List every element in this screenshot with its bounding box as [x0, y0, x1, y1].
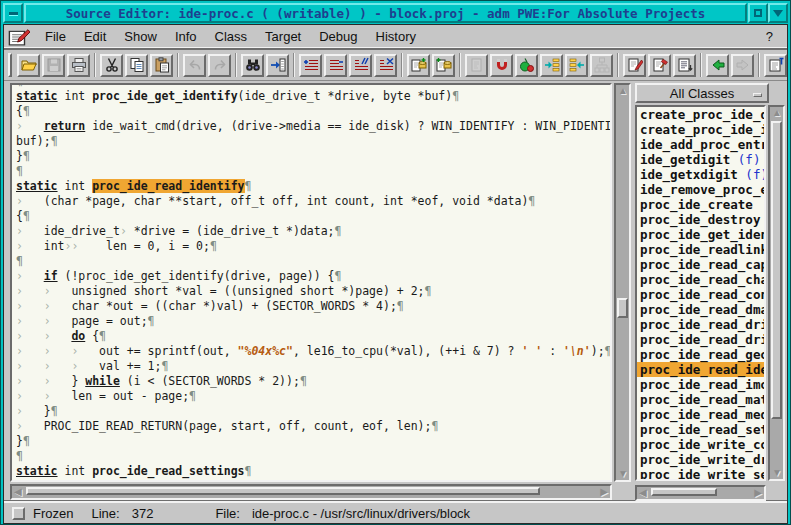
scroll-right-icon[interactable]: ▶: [754, 488, 762, 498]
scroll-down-icon[interactable]: ▼: [618, 469, 628, 479]
menu-file[interactable]: File: [36, 27, 75, 46]
code-line[interactable]: static int proc_ide_read_settings¶: [16, 464, 610, 479]
code-line[interactable]: }¶: [16, 149, 610, 164]
class-list-item[interactable]: ide_remove_proc_entries: [637, 182, 764, 197]
code-line[interactable]: › int›› len = 0, i = 0;¶: [16, 239, 610, 254]
class-list-item[interactable]: proc_ide_read_driver: [637, 317, 764, 332]
code-line[interactable]: static int proc_ide_read_identify¶: [16, 179, 610, 194]
code-line[interactable]: ¶: [16, 449, 610, 464]
menu-help[interactable]: ?: [758, 27, 781, 46]
list-horizontal-scrollbar[interactable]: ◀ ▶: [635, 485, 766, 501]
class-list-item[interactable]: proc_ide_read_channel: [637, 272, 764, 287]
list-hscroll-thumb[interactable]: [651, 488, 717, 496]
open-button[interactable]: [17, 54, 40, 77]
menu-class[interactable]: Class: [206, 27, 257, 46]
compile-button[interactable]: [648, 54, 671, 77]
code-line[interactable]: }¶: [16, 434, 610, 449]
menu-edit[interactable]: Edit: [75, 27, 115, 46]
shade-button[interactable]: [768, 3, 788, 23]
class-list-item[interactable]: ide_getdigit (f): [637, 152, 764, 167]
class-list-item[interactable]: proc_ide_create: [637, 197, 764, 212]
scroll-up-icon[interactable]: ▲: [772, 108, 782, 118]
code-line[interactable]: › PROC_IDE_READ_RETURN(page, start, off,…: [16, 419, 610, 434]
back-button[interactable]: [706, 54, 729, 77]
list-vscroll-thumb[interactable]: [771, 121, 782, 419]
cut-button[interactable]: [100, 54, 123, 77]
load-file-button[interactable]: [407, 54, 430, 77]
class-list-item[interactable]: proc_ide_write_config: [637, 437, 764, 452]
edit-source-button[interactable]: [623, 54, 646, 77]
code-line[interactable]: › if (!proc_ide_get_identify(drive, page…: [16, 269, 610, 284]
copy-button[interactable]: [125, 54, 148, 77]
class-list-item[interactable]: proc_ide_readlink: [637, 242, 764, 257]
class-list-item-selected[interactable]: proc_ide_read_identify: [637, 362, 764, 377]
code-line[interactable]: › (char *page, char **start, off_t off, …: [16, 194, 610, 209]
collapse-all-button[interactable]: [565, 54, 588, 77]
scroll-down-icon[interactable]: ▼: [772, 468, 782, 478]
code-line[interactable]: › ide_drive_t› *drive = (ide_drive_t *)d…: [16, 224, 610, 239]
scroll-right-icon[interactable]: ▶: [600, 487, 608, 497]
class-list-item[interactable]: proc_ide_read_media: [637, 407, 764, 422]
code-line[interactable]: › › } while (i < (SECTOR_WORDS * 2));¶: [16, 374, 610, 389]
editor-hscroll-thumb[interactable]: [26, 487, 540, 495]
class-filter-dropdown[interactable]: All Classes: [635, 83, 769, 103]
class-list-item[interactable]: proc_ide_read_imodel: [637, 377, 764, 392]
class-list-item[interactable]: create_proc_ide_drives: [637, 107, 764, 122]
class-list-item[interactable]: proc_ide_write_settings: [637, 467, 764, 481]
class-list-item[interactable]: proc_ide_write_driver: [637, 452, 764, 467]
class-list-item[interactable]: ide_getxdigit (f): [637, 167, 764, 182]
editor-vertical-scrollbar[interactable]: ▲ ▼: [614, 83, 631, 482]
shift-left-button[interactable]: [324, 54, 347, 77]
code-line[interactable]: › › page = out;¶: [16, 314, 610, 329]
class-list-item[interactable]: proc_ide_read_dmainfo: [637, 302, 764, 317]
code-line[interactable]: {¶: [16, 209, 610, 224]
class-list-item[interactable]: proc_ide_read_config: [637, 287, 764, 302]
code-line[interactable]: › › len = out - page;¶: [16, 389, 610, 404]
class-list-item[interactable]: create_proc_ide_interfaces: [637, 122, 764, 137]
class-list-item[interactable]: proc_ide_read_settings: [637, 422, 764, 437]
code-line[interactable]: › › › val += 1;¶: [16, 359, 610, 374]
pane-divider[interactable]: [632, 83, 634, 501]
comment-button[interactable]: [349, 54, 372, 77]
scroll-up-icon[interactable]: ▲: [618, 86, 628, 96]
class-list-item[interactable]: proc_ide_read_capacity: [637, 257, 764, 272]
unload-file-button[interactable]: [432, 54, 455, 77]
frozen-toggle[interactable]: [12, 507, 25, 520]
print-button[interactable]: [67, 54, 90, 77]
menu-target[interactable]: Target: [256, 27, 310, 46]
editor-horizontal-scrollbar[interactable]: ◀ ▶: [10, 484, 612, 500]
scroll-left-icon[interactable]: ◀: [14, 487, 22, 497]
scroll-left-icon[interactable]: ◀: [639, 488, 647, 498]
class-list-item[interactable]: ide_add_proc_entries: [637, 137, 764, 152]
code-line[interactable]: ¶: [16, 254, 610, 269]
code-line[interactable]: › }¶: [16, 404, 610, 419]
magnet-button[interactable]: [490, 54, 513, 77]
code-line[interactable]: › › char *out = ((char *)val) + (SECTOR_…: [16, 299, 610, 314]
code-editor[interactable]: ¶static int proc_ide_get_identify(ide_dr…: [10, 83, 612, 482]
find-button[interactable]: [241, 54, 264, 77]
code-line[interactable]: › › › out += sprintf(out, "%04x%c", le16…: [16, 344, 610, 359]
class-list-item[interactable]: proc_ide_read_drivers: [637, 332, 764, 347]
code-line[interactable]: › return ide_wait_cmd(drive, (drive->med…: [16, 119, 610, 134]
settings-button[interactable]: [764, 54, 787, 77]
expand-all-button[interactable]: [540, 54, 563, 77]
toolbar-grip[interactable]: [8, 53, 12, 77]
code-line[interactable]: › › do {¶: [16, 329, 610, 344]
paint-button[interactable]: [515, 54, 538, 77]
file-list-button[interactable]: [673, 54, 696, 77]
menu-show[interactable]: Show: [115, 27, 166, 46]
code-line[interactable]: {¶: [16, 104, 610, 119]
shift-right-button[interactable]: [299, 54, 322, 77]
code-line[interactable]: static int proc_ide_get_identify(ide_dri…: [16, 89, 610, 104]
editor-vscroll-thumb[interactable]: [617, 298, 628, 318]
class-list-item[interactable]: proc_ide_read_geometry: [637, 347, 764, 362]
code-line[interactable]: ¶: [16, 164, 610, 179]
class-list-item[interactable]: proc_ide_read_mate: [637, 392, 764, 407]
uncomment-button[interactable]: [374, 54, 397, 77]
menu-history[interactable]: History: [367, 27, 425, 46]
list-vertical-scrollbar[interactable]: ▲ ▼: [768, 105, 785, 481]
menu-debug[interactable]: Debug: [310, 27, 366, 46]
maximize-button[interactable]: [748, 3, 768, 23]
class-list-item[interactable]: proc_ide_get_identify: [637, 227, 764, 242]
code-line[interactable]: › › unsigned short *val = ((unsigned sho…: [16, 284, 610, 299]
